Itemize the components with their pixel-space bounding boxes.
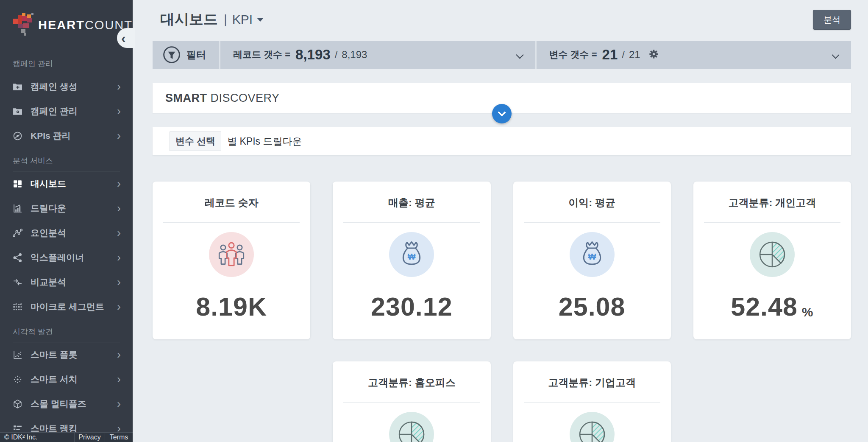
sidebar-item-label: 마이크로 세그먼트 [31,301,117,313]
sidebar-section-campaign: 캠페인 관리 [13,59,120,74]
terms-link[interactable]: Terms [105,433,133,442]
sidebar-item-small-multiples[interactable]: 스몰 멀티플즈 › [0,392,133,416]
kpi-cards-row-1: 레코드 숫자 8.19K 매출: [153,182,851,339]
filter-label: 필터 [186,48,206,62]
dashboard-grid-icon [13,179,25,189]
svg-text:₩: ₩ [588,252,596,261]
kpi-card-segment-individual[interactable]: 고객분류: 개인고객 52.48% [693,182,851,339]
sidebar-item-smart-plot[interactable]: 스마트 플롯 › [0,342,133,367]
kpi-card-title: 이익: 평균 [568,196,615,210]
sidebar: HEARTCOUNT 캠페인 관리 캠페인 생성 › 캠페인 관리 › KPIs… [0,0,133,442]
chevron-down-icon[interactable] [516,51,523,59]
pie-chart-icon [570,412,615,442]
card-divider [524,402,660,403]
sidebar-item-campaign-create[interactable]: 캠페인 생성 › [0,74,133,99]
micro-segment-dots-icon [13,302,25,312]
kpi-drilldown-caption: 별 KPIs 드릴다운 [227,135,302,148]
sidebar-item-label: 대시보드 [31,178,117,190]
money-bag-icon: ₩ [389,232,434,277]
chevron-right-icon: › [117,301,121,313]
variable-count-total: 21 [629,49,640,61]
brand-name: HEARTCOUNT [38,18,133,32]
kpi-card-revenue-avg[interactable]: 매출: 평균 ₩ 230.12 [333,182,490,339]
chevron-right-icon: › [117,227,121,239]
sidebar-item-explainer[interactable]: 익스플레이너 › [0,245,133,270]
kpi-value-text: 8.19K [196,294,267,320]
pie-chart-icon [389,412,434,442]
svg-text:₩: ₩ [408,252,416,261]
sidebar-item-label: 드릴다운 [31,202,117,214]
sidebar-collapse-button[interactable]: ‹ [117,28,135,48]
sidebar-section-analysis: 분석 서비스 [13,156,120,171]
chevron-right-icon: › [117,374,121,385]
page-title: 대시보드 [160,10,218,29]
record-count-dropdown[interactable]: 레코드 갯수 = 8,193 / 8,193 [219,41,535,69]
record-count-slash: / [335,49,338,61]
caret-down-icon[interactable] [257,18,264,22]
sidebar-item-label: 비교분석 [31,276,117,288]
sidebar-item-drilldown[interactable]: 드릴다운 › [0,196,133,221]
kpi-cards-row-2: 고객분류: 홈오피스 고객분류: 기업고객 [153,361,851,442]
kpi-card-value: 52.48% [731,294,813,320]
filter-bar: 필터 레코드 갯수 = 8,193 / 8,193 변수 갯수 = 21 / 2… [153,41,851,69]
sidebar-item-kpis-manage[interactable]: KPIs 관리 › [0,123,133,148]
chevron-right-icon: › [117,252,121,263]
smart-discovery-section: SMARTDISCOVERY [153,83,851,113]
record-count-label: 레코드 갯수 = [233,48,290,61]
kpi-value-unit: % [802,305,814,320]
sidebar-item-label: 스몰 멀티플즈 [31,398,117,410]
brand-logo: HEARTCOUNT [0,0,133,39]
chevron-right-icon: › [117,203,121,214]
kpi-card-title: 매출: 평균 [388,196,435,210]
sidebar-item-micro-segment[interactable]: 마이크로 세그먼트 › [0,294,133,319]
heart-pixel-logo-icon [13,13,32,37]
sidebar-item-label: KPIs 관리 [31,130,117,142]
chevron-right-icon: › [117,349,121,361]
smart-search-icon [13,375,25,384]
money-bag-icon: ₩ [570,232,615,277]
chevron-down-icon [498,108,506,117]
sidebar-item-dashboard[interactable]: 대시보드 › [0,171,133,196]
kpi-value-text: 230.12 [371,294,453,320]
sidebar-item-label: 스마트 서치 [31,373,117,385]
chevron-left-icon: ‹ [121,31,126,45]
card-divider [343,222,480,223]
funnel-icon [163,46,181,64]
variable-count-label: 변수 갯수 = [549,48,597,61]
variable-select-chip[interactable]: 변수 선택 [170,131,221,151]
expand-discovery-button[interactable] [492,104,512,123]
sidebar-item-compare[interactable]: 비교분석 › [0,270,133,294]
sidebar-section-visual: 시각적 발견 [13,327,120,342]
card-divider [343,402,480,403]
folder-manage-icon [13,106,25,116]
sidebar-item-label: 캠페인 생성 [31,81,117,92]
drilldown-chart-icon [13,204,25,213]
analyze-button[interactable]: 분석 [813,10,851,30]
kpi-card-segment-homeoffice[interactable]: 고객분류: 홈오피스 [333,361,490,442]
sidebar-item-smart-search[interactable]: 스마트 서치 › [0,367,133,392]
kpi-card-profit-avg[interactable]: 이익: 평균 ₩ 25.08 [513,182,671,339]
smart-discovery-title: SMARTDISCOVERY [165,92,280,105]
chevron-right-icon: › [117,398,121,410]
small-multiples-cube-icon [13,399,25,409]
privacy-link[interactable]: Privacy [74,433,105,442]
card-divider [704,222,840,223]
sidebar-item-factor-analysis[interactable]: 요인분석 › [0,221,133,245]
kpi-card-value: 230.12 [371,294,453,320]
card-divider [163,222,300,223]
people-icon [209,232,254,277]
kpi-card-value: 25.08 [559,294,626,320]
chevron-right-icon: › [117,81,121,92]
kpi-card-segment-corporate[interactable]: 고객분류: 기업고객 [513,361,671,442]
gear-icon[interactable] [648,48,659,62]
kpi-value-text: 52.48 [731,294,798,320]
chevron-down-icon[interactable] [832,51,839,59]
sidebar-item-label: 익스플레이너 [31,252,117,263]
kpi-value-text: 25.08 [559,294,626,320]
kpi-card-record-count[interactable]: 레코드 숫자 8.19K [153,182,310,339]
view-selector-label[interactable]: KPI [232,12,253,27]
kpi-drilldown-panel: 변수 선택 별 KPIs 드릴다운 [153,127,851,155]
variable-count-dropdown[interactable]: 변수 갯수 = 21 / 21 [535,41,851,69]
chevron-right-icon: › [117,178,121,190]
sidebar-item-campaign-manage[interactable]: 캠페인 관리 › [0,99,133,123]
